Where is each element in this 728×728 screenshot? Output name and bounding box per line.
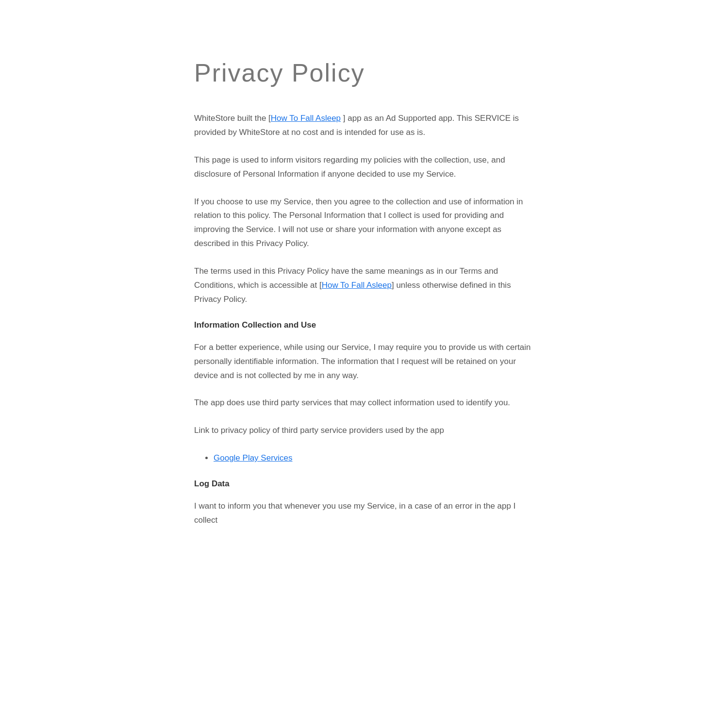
intro-text-before: WhiteStore built the [ — [194, 114, 271, 123]
information-collection-paragraph-1: For a better experience, while using our… — [194, 341, 534, 383]
log-data-paragraph-1: I want to inform you that whenever you u… — [194, 499, 534, 528]
agreement-text: If you choose to use my Service, then yo… — [194, 197, 523, 248]
intro-paragraph: WhiteStore built the [How To Fall Asleep… — [194, 112, 534, 140]
main-container: Privacy Policy WhiteStore built the [How… — [131, 0, 597, 580]
terms-paragraph: The terms used in this Privacy Policy ha… — [194, 265, 534, 307]
page-title: Privacy Policy — [194, 58, 534, 87]
page-purpose-text: This page is used to inform visitors reg… — [194, 155, 505, 179]
log-data-heading: Log Data — [194, 479, 534, 489]
information-collection-paragraph-2: The app does use third party services th… — [194, 396, 534, 410]
information-collection-heading: Information Collection and Use — [194, 320, 534, 330]
intro-app-link[interactable]: How To Fall Asleep — [271, 114, 341, 123]
third-party-list: Google Play Services — [214, 451, 534, 465]
agreement-paragraph: If you choose to use my Service, then yo… — [194, 195, 534, 251]
terms-app-link[interactable]: How To Fall Asleep — [322, 281, 392, 290]
google-play-services-link[interactable]: Google Play Services — [214, 453, 293, 463]
page-purpose-paragraph: This page is used to inform visitors reg… — [194, 153, 534, 182]
list-item: Google Play Services — [214, 451, 534, 465]
information-collection-paragraph-3: Link to privacy policy of third party se… — [194, 424, 534, 438]
